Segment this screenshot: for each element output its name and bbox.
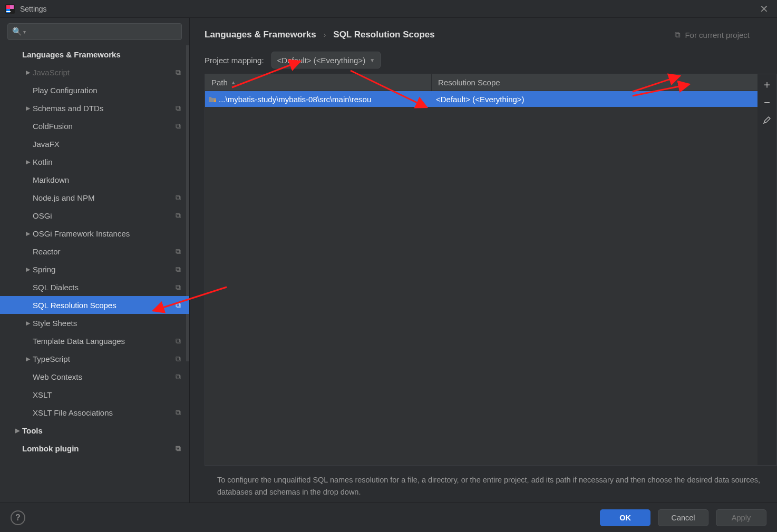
chevron-right-icon: ▶ bbox=[24, 159, 32, 165]
tree-item[interactable]: ▶Tools bbox=[0, 421, 189, 439]
add-button[interactable]: ＋ bbox=[759, 76, 775, 92]
chevron-right-icon: ▶ bbox=[14, 427, 21, 434]
project-mapping-dropdown[interactable]: <Default> (<Everything>) ▼ bbox=[271, 52, 381, 68]
tree-item[interactable]: ▶Schemas and DTDs⧉ bbox=[0, 99, 189, 117]
tree-item[interactable]: Node.js and NPM⧉ bbox=[0, 189, 189, 206]
tree-item[interactable]: Web Contexts⧉ bbox=[0, 368, 189, 386]
tree-item-label: Node.js and NPM bbox=[33, 193, 172, 202]
copy-icon: ⧉ bbox=[172, 211, 184, 220]
tree-item[interactable]: ▶Kotlin bbox=[0, 153, 189, 171]
tree-item[interactable]: JavaFX bbox=[0, 135, 189, 153]
tree-item-label: TypeScript bbox=[33, 354, 172, 363]
tree-item-label: SQL Resolution Scopes bbox=[33, 301, 172, 310]
breadcrumb-leaf: SQL Resolution Scopes bbox=[333, 29, 434, 40]
tree-item[interactable]: Play Configuration bbox=[0, 81, 189, 99]
window-title: Settings bbox=[20, 5, 47, 13]
chevron-right-icon: ▶ bbox=[24, 230, 32, 237]
tree-item-label: Kotlin bbox=[33, 157, 184, 166]
chevron-right-icon: › bbox=[324, 31, 326, 39]
copy-icon: ⧉ bbox=[172, 283, 184, 292]
tree-item-label: JavaScript bbox=[33, 68, 172, 77]
tree-item-label: XSLT File Associations bbox=[33, 408, 172, 417]
tree-item[interactable]: Lombok plugin⧉ bbox=[0, 439, 189, 457]
tree-item[interactable]: SQL Dialects⧉ bbox=[0, 278, 189, 296]
breadcrumb-root: Languages & Frameworks bbox=[205, 29, 316, 40]
help-button[interactable]: ? bbox=[11, 510, 25, 525]
close-button[interactable]: ✕ bbox=[756, 3, 772, 15]
table-row[interactable]: ...\mybatis-study\mybatis-08\src\main\re… bbox=[205, 91, 757, 107]
copy-icon: ⧉ bbox=[172, 265, 184, 274]
edit-button[interactable] bbox=[759, 112, 775, 128]
tree-item[interactable]: ▶JavaScript⧉ bbox=[0, 63, 189, 81]
settings-sidebar: 🔍 ▾ Languages & Frameworks ▶JavaScript⧉P… bbox=[0, 18, 190, 503]
copy-icon: ⧉ bbox=[172, 301, 184, 310]
copy-icon: ⧉ bbox=[675, 30, 681, 40]
chevron-right-icon: ▶ bbox=[24, 356, 32, 362]
tree-item[interactable]: Reactor⧉ bbox=[0, 242, 189, 260]
chevron-right-icon: ▶ bbox=[24, 105, 32, 112]
chevron-right-icon: ▶ bbox=[24, 320, 32, 327]
copy-icon: ⧉ bbox=[172, 122, 184, 131]
tree-item-label: Style Sheets bbox=[33, 319, 184, 328]
resources-folder-icon bbox=[208, 95, 217, 103]
scope-table: Path ▲ Resolution Scope ...\mybatis-stud bbox=[205, 74, 757, 465]
tree-item-label: Markdown bbox=[33, 175, 184, 184]
tree-item[interactable]: ▶Spring⧉ bbox=[0, 260, 189, 278]
tree-item[interactable]: ▶OSGi Framework Instances bbox=[0, 224, 189, 242]
main-panel: Languages & Frameworks › SQL Resolution … bbox=[190, 18, 777, 503]
copy-icon: ⧉ bbox=[172, 247, 184, 256]
tree-item[interactable]: Markdown bbox=[0, 171, 189, 189]
tree-item-label: XSLT bbox=[33, 390, 184, 399]
chevron-right-icon: ▶ bbox=[24, 266, 32, 273]
resolution-scope-column-header[interactable]: Resolution Scope bbox=[432, 74, 757, 91]
remove-button[interactable]: － bbox=[759, 94, 775, 110]
tree-item-label: JavaFX bbox=[33, 140, 184, 149]
tree-item-label: Schemas and DTDs bbox=[33, 104, 172, 113]
column-label: Path bbox=[211, 78, 228, 87]
tree-item[interactable]: SQL Resolution Scopes⧉ bbox=[0, 296, 189, 314]
tree-item[interactable]: OSGi⧉ bbox=[0, 206, 189, 224]
tree-item[interactable]: XSLT bbox=[0, 386, 189, 403]
svg-rect-1 bbox=[6, 5, 10, 9]
scope-note: ⧉ For current project bbox=[675, 30, 750, 40]
tree-item-label: OSGi Framework Instances bbox=[33, 229, 184, 238]
table-toolbar: ＋ － bbox=[757, 74, 776, 465]
tree-item-label: Reactor bbox=[33, 247, 172, 256]
tree-item[interactable]: ▶Style Sheets bbox=[0, 314, 189, 332]
project-mapping-label: Project mapping: bbox=[205, 56, 264, 65]
search-mode-caret-icon: ▾ bbox=[23, 29, 26, 35]
settings-tree[interactable]: Languages & Frameworks ▶JavaScript⧉Play … bbox=[0, 45, 189, 503]
svg-rect-4 bbox=[6, 11, 11, 12]
copy-icon: ⧉ bbox=[172, 408, 184, 417]
tree-item[interactable]: ColdFusion⧉ bbox=[0, 117, 189, 135]
copy-icon: ⧉ bbox=[172, 354, 184, 363]
breadcrumb: Languages & Frameworks › SQL Resolution … bbox=[190, 18, 777, 52]
path-cell: ...\mybatis-study\mybatis-08\src\main\re… bbox=[219, 95, 371, 104]
cancel-button[interactable]: Cancel bbox=[658, 509, 708, 526]
copy-icon: ⧉ bbox=[172, 372, 184, 381]
column-label: Resolution Scope bbox=[438, 78, 500, 87]
sort-asc-icon: ▲ bbox=[231, 80, 236, 85]
search-input[interactable]: 🔍 ▾ bbox=[7, 23, 182, 40]
tree-item-label: Lombok plugin bbox=[22, 444, 172, 453]
path-column-header[interactable]: Path ▲ bbox=[205, 74, 432, 91]
copy-icon: ⧉ bbox=[172, 444, 184, 453]
app-icon bbox=[5, 4, 15, 14]
copy-icon: ⧉ bbox=[172, 104, 184, 113]
tree-item[interactable]: ▶TypeScript⧉ bbox=[0, 350, 189, 368]
tree-item-label: Template Data Languages bbox=[33, 337, 172, 346]
svg-rect-5 bbox=[214, 100, 216, 102]
apply-button[interactable]: Apply bbox=[716, 509, 766, 526]
tree-item-label: Web Contexts bbox=[33, 372, 172, 381]
search-icon: 🔍 bbox=[12, 27, 22, 36]
titlebar: Settings ✕ bbox=[0, 0, 777, 18]
tree-item[interactable]: XSLT File Associations⧉ bbox=[0, 403, 189, 421]
tree-item-label: Play Configuration bbox=[33, 86, 184, 95]
svg-rect-2 bbox=[10, 5, 14, 9]
tree-item-label: Languages & Frameworks bbox=[22, 50, 184, 59]
tree-section-languages-frameworks[interactable]: Languages & Frameworks bbox=[0, 45, 189, 63]
ok-button[interactable]: OK bbox=[600, 509, 650, 526]
chevron-down-icon: ▼ bbox=[370, 57, 375, 63]
tree-item[interactable]: Template Data Languages⧉ bbox=[0, 332, 189, 350]
tree-item-label: Spring bbox=[33, 265, 172, 274]
